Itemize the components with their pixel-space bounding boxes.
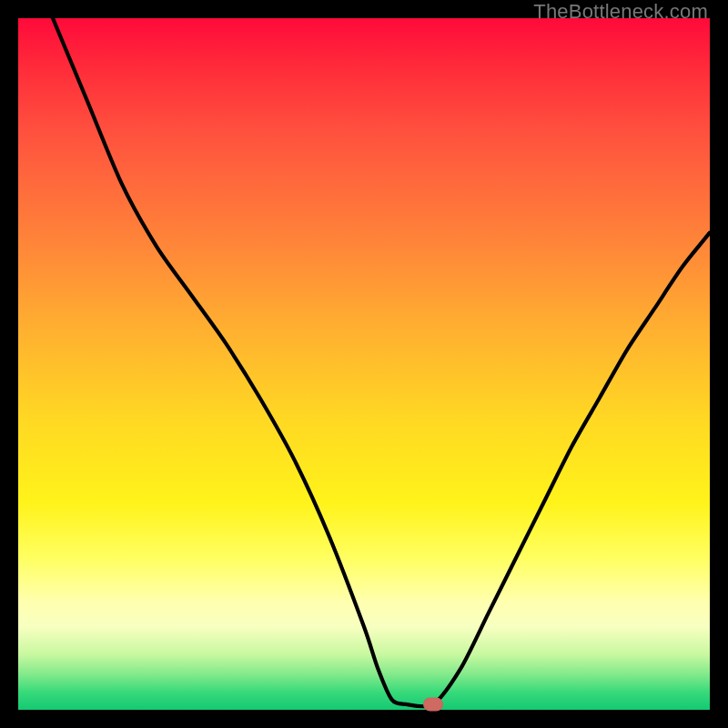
watermark-text: TheBottleneck.com [533, 0, 708, 24]
optimal-point-marker [423, 697, 443, 711]
bottleneck-curve [53, 18, 710, 706]
plot-area [18, 18, 710, 710]
curve-svg [18, 18, 710, 710]
chart-frame: TheBottleneck.com [0, 0, 728, 728]
